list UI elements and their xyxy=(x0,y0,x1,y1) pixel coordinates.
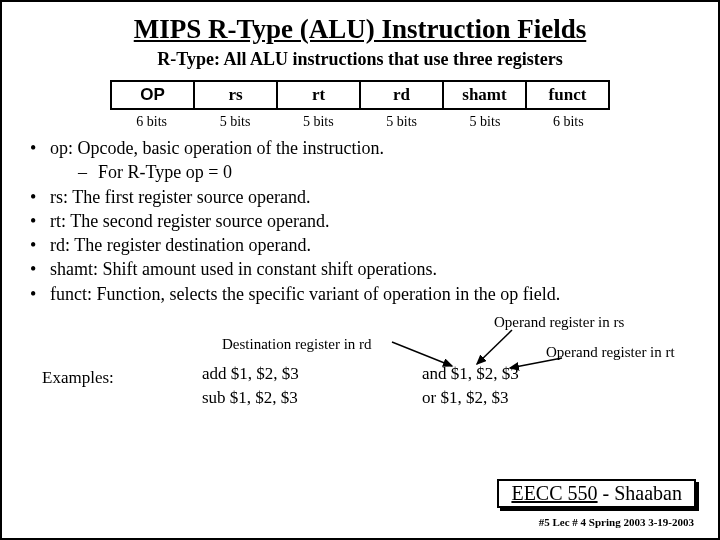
desc-shamt: shamt: Shift amount used in constant shi… xyxy=(34,257,698,281)
arrow-op-rs xyxy=(477,330,512,364)
field-shamt: shamt xyxy=(444,82,527,108)
example-or: or $1, $2, $3 xyxy=(422,386,519,410)
field-rs: rs xyxy=(195,82,278,108)
field-bits-row: 6 bits 5 bits 5 bits 5 bits 5 bits 6 bit… xyxy=(110,112,610,132)
examples-label: Examples: xyxy=(42,368,114,388)
bits-op: 6 bits xyxy=(110,112,193,132)
field-funct: funct xyxy=(527,82,608,108)
desc-op-sublist: For R-Type op = 0 xyxy=(78,160,698,184)
field-table: OP rs rt rd shamt funct 6 bits 5 bits 5 … xyxy=(110,80,610,132)
bits-rs: 5 bits xyxy=(193,112,276,132)
bits-rd: 5 bits xyxy=(360,112,443,132)
example-add: add $1, $2, $3 xyxy=(202,362,299,386)
desc-rt: rt: The second register source operand. xyxy=(34,209,698,233)
page-subtitle: R-Type: All ALU instructions that use th… xyxy=(22,49,698,70)
examples-area: Operand register in rs Destination regis… xyxy=(22,312,698,422)
bits-funct: 6 bits xyxy=(527,112,610,132)
bits-rt: 5 bits xyxy=(277,112,360,132)
field-header-row: OP rs rt rd shamt funct xyxy=(110,80,610,110)
field-op: OP xyxy=(112,82,195,108)
footer-line: #5 Lec # 4 Spring 2003 3-19-2003 xyxy=(539,516,694,528)
footer-course: EECC 550 xyxy=(511,482,597,504)
desc-rs: rs: The first register source operand. xyxy=(34,185,698,209)
label-dest-rd: Destination register in rd xyxy=(222,336,372,353)
slide-frame: MIPS R-Type (ALU) Instruction Fields R-T… xyxy=(0,0,720,540)
example-and: and $1, $2, $3 xyxy=(422,362,519,386)
desc-op-sub: For R-Type op = 0 xyxy=(78,160,698,184)
page-title: MIPS R-Type (ALU) Instruction Fields xyxy=(22,14,698,45)
label-operand-rt: Operand register in rt xyxy=(546,344,675,361)
footer-author: Shaaban xyxy=(614,482,682,504)
desc-funct: funct: Function, selects the specific va… xyxy=(34,282,698,306)
desc-rd: rd: The register destination operand. xyxy=(34,233,698,257)
bits-shamt: 5 bits xyxy=(443,112,526,132)
example-sub: sub $1, $2, $3 xyxy=(202,386,299,410)
description-list: op: Opcode, basic operation of the instr… xyxy=(34,136,698,306)
field-rt: rt xyxy=(278,82,361,108)
examples-column-a: add $1, $2, $3 sub $1, $2, $3 xyxy=(202,362,299,410)
footer-box: EECC 550 - Shaaban xyxy=(497,479,696,508)
label-operand-rs: Operand register in rs xyxy=(494,314,624,331)
desc-op: op: Opcode, basic operation of the instr… xyxy=(34,136,698,160)
examples-column-b: and $1, $2, $3 or $1, $2, $3 xyxy=(422,362,519,410)
field-rd: rd xyxy=(361,82,444,108)
footer-sep: - xyxy=(598,482,615,504)
